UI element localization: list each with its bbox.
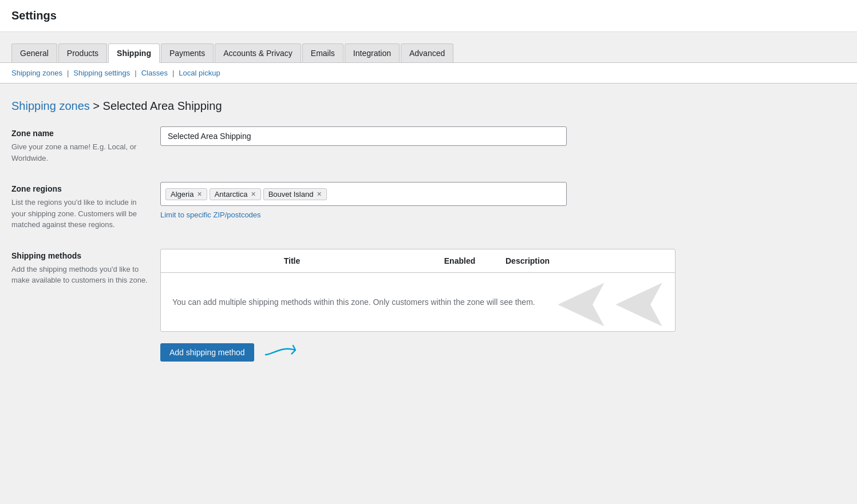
shipping-methods-label: Shipping methods Add the shipping method… (11, 249, 160, 364)
col-description: Description (505, 256, 620, 265)
tag-bouvet-island-remove[interactable]: × (317, 190, 321, 198)
subnav-sep-3: | (172, 69, 174, 77)
zone-regions-tags-input[interactable]: Algeria × Antarctica × Bouvet Island × (160, 182, 567, 206)
zone-regions-section: Zone regions List the regions you'd like… (11, 182, 676, 231)
tabs-bar: General Products Shipping Payments Accou… (0, 32, 857, 63)
limit-postcodes-link[interactable]: Limit to specific ZIP/postcodes (160, 211, 261, 219)
subnav-classes[interactable]: Classes (141, 69, 168, 77)
zone-regions-heading: Zone regions (11, 184, 149, 193)
shipping-methods-table: Title Enabled Description You can add mu… (160, 249, 676, 332)
col-title: Title (170, 256, 414, 265)
table-empty-bg: ➤➤ (549, 273, 675, 331)
arrow-svg (263, 341, 309, 364)
shipping-methods-content: Title Enabled Description You can add mu… (160, 249, 676, 364)
zone-regions-content: Algeria × Antarctica × Bouvet Island × L… (160, 182, 676, 231)
zone-name-description: Give your zone a name! E.g. Local, or Wo… (11, 141, 149, 164)
zone-name-input[interactable] (160, 126, 567, 146)
zone-regions-description: List the regions you'd like to include i… (11, 197, 149, 231)
arrow-indicator (263, 341, 309, 364)
col-actions (620, 256, 666, 265)
tab-shipping[interactable]: Shipping (108, 43, 160, 63)
table-header: Title Enabled Description (161, 249, 675, 273)
subnav-sep-2: | (135, 69, 136, 77)
tab-accounts-privacy[interactable]: Accounts & Privacy (215, 43, 301, 62)
shipping-methods-heading: Shipping methods (11, 251, 149, 260)
tag-algeria-label: Algeria (171, 190, 193, 199)
page-title: Settings (0, 0, 857, 32)
zone-regions-label: Zone regions List the regions you'd like… (11, 182, 160, 231)
add-shipping-method-button[interactable]: Add shipping method (160, 343, 254, 362)
tag-bouvet-island-label: Bouvet Island (268, 190, 314, 199)
tab-general[interactable]: General (11, 43, 57, 62)
subnav-sep-1: | (67, 69, 69, 77)
breadcrumb: Shipping zones > Selected Area Shipping (11, 100, 676, 113)
shipping-methods-description: Add the shipping methods you'd like to m… (11, 264, 149, 286)
table-empty-message: You can add multiple shipping methods wi… (172, 297, 535, 307)
add-method-row: Add shipping method (160, 341, 676, 364)
zone-name-label: Zone name Give your zone a name! E.g. Lo… (11, 126, 160, 164)
shipping-methods-section: Shipping methods Add the shipping method… (11, 249, 676, 364)
table-empty-row: You can add multiple shipping methods wi… (161, 273, 675, 331)
subnav-local-pickup[interactable]: Local pickup (179, 69, 220, 77)
zone-name-heading: Zone name (11, 129, 149, 138)
sub-nav: Shipping zones | Shipping settings | Cla… (0, 63, 857, 84)
subnav-shipping-settings[interactable]: Shipping settings (73, 69, 130, 77)
wc-arrow-decoration: ➤➤ (554, 273, 670, 331)
main-content: Shipping zones > Selected Area Shipping … (0, 84, 687, 394)
tab-integration[interactable]: Integration (345, 43, 400, 62)
tag-bouvet-island: Bouvet Island × (263, 188, 327, 200)
tag-antarctica: Antarctica × (210, 188, 261, 200)
tab-payments[interactable]: Payments (161, 43, 214, 62)
tab-advanced[interactable]: Advanced (401, 43, 453, 62)
subnav-shipping-zones[interactable]: Shipping zones (11, 69, 62, 77)
tag-antarctica-remove[interactable]: × (251, 190, 255, 198)
breadcrumb-current: Selected Area Shipping (103, 100, 222, 112)
zone-name-content (160, 126, 676, 164)
tab-emails[interactable]: Emails (302, 43, 343, 62)
tag-algeria-remove[interactable]: × (197, 190, 202, 198)
tag-algeria: Algeria × (165, 188, 207, 200)
breadcrumb-separator: > (93, 100, 102, 112)
zone-name-section: Zone name Give your zone a name! E.g. Lo… (11, 126, 676, 164)
tag-antarctica-label: Antarctica (215, 190, 248, 199)
breadcrumb-parent-link[interactable]: Shipping zones (11, 100, 90, 112)
tab-products[interactable]: Products (58, 43, 107, 62)
col-enabled: Enabled (414, 256, 505, 265)
